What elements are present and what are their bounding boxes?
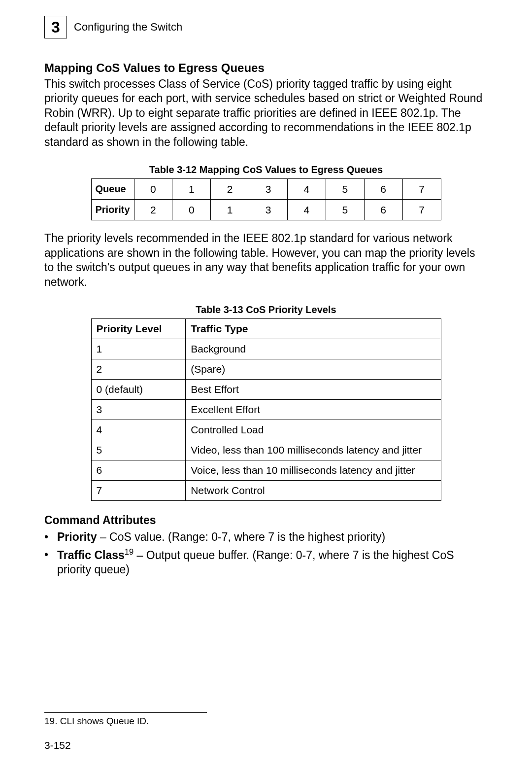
- cell: Best Effort: [186, 379, 441, 399]
- cell: 6: [364, 179, 402, 200]
- table-row: 0 (default)Best Effort: [91, 379, 441, 399]
- list-item: • Traffic Class19 – Output queue buffer.…: [44, 547, 488, 577]
- table-header-row: Priority Level Traffic Type: [91, 318, 441, 339]
- cell: (Spare): [186, 359, 441, 379]
- cell: 0: [172, 200, 211, 220]
- page-number: 3-152: [44, 739, 488, 751]
- cell: 0 (default): [91, 379, 186, 399]
- table-mapping-cos-to-queues: Queue 0 1 2 3 4 5 6 7 Priority 2 0 1 3 4…: [91, 178, 441, 220]
- cell: 4: [287, 200, 326, 220]
- cell: 7: [402, 200, 441, 220]
- table-3-13-caption: Table 3-13 CoS Priority Levels: [44, 304, 488, 316]
- term-text: – CoS value. (Range: 0-7, where 7 is the…: [97, 530, 386, 543]
- cell: Excellent Effort: [186, 399, 441, 420]
- term-priority: Priority: [57, 530, 97, 543]
- cell: 3: [249, 179, 288, 200]
- footnote: 19. CLI shows Queue ID.: [44, 716, 488, 727]
- table-row: 4Controlled Load: [91, 420, 441, 440]
- cell: 2: [91, 359, 186, 379]
- cell: Video, less than 100 milliseconds latenc…: [186, 440, 441, 460]
- cell: 2: [134, 200, 172, 220]
- cell: 5: [326, 200, 364, 220]
- command-attributes-heading: Command Attributes: [44, 514, 488, 527]
- chapter-header: 3 Configuring the Switch: [44, 16, 488, 38]
- row-label-priority: Priority: [91, 200, 134, 220]
- cell: 6: [364, 200, 402, 220]
- cell: 2: [211, 179, 249, 200]
- cell: 4: [287, 179, 326, 200]
- table-row: 3Excellent Effort: [91, 399, 441, 420]
- term-traffic-class: Traffic Class: [57, 548, 125, 561]
- cell: 5: [91, 440, 186, 460]
- table-row: 6Voice, less than 10 milliseconds latenc…: [91, 460, 441, 480]
- col-header-traffic-type: Traffic Type: [186, 318, 441, 339]
- cell: Background: [186, 339, 441, 359]
- bullet-icon: •: [44, 530, 57, 545]
- cell: 3: [91, 399, 186, 420]
- cell: 3: [249, 200, 288, 220]
- page-footer: 19. CLI shows Queue ID. 3-152: [44, 708, 488, 751]
- list-item: • Priority – CoS value. (Range: 0-7, whe…: [44, 530, 488, 545]
- cell: 7: [91, 480, 186, 500]
- cell: 1: [91, 339, 186, 359]
- cell: 1: [172, 179, 211, 200]
- cell: 5: [326, 179, 364, 200]
- table-row: 7Network Control: [91, 480, 441, 500]
- document-page: 3 Configuring the Switch Mapping CoS Val…: [0, 0, 532, 774]
- mid-paragraph: The priority levels recommended in the I…: [44, 231, 488, 289]
- cell: 0: [134, 179, 172, 200]
- row-label-queue: Queue: [91, 179, 134, 200]
- table-row: Queue 0 1 2 3 4 5 6 7: [91, 179, 441, 200]
- section-intro: This switch processes Class of Service (…: [44, 77, 488, 149]
- table-row: Priority 2 0 1 3 4 5 6 7: [91, 200, 441, 220]
- cell: 7: [402, 179, 441, 200]
- table-cos-priority-levels: Priority Level Traffic Type 1Background …: [91, 318, 441, 501]
- cell: 4: [91, 420, 186, 440]
- table-row: 1Background: [91, 339, 441, 359]
- chapter-number-icon: 3: [44, 16, 67, 38]
- cell: Network Control: [186, 480, 441, 500]
- bullet-icon: •: [44, 548, 57, 563]
- section-heading: Mapping CoS Values to Egress Queues: [44, 61, 488, 75]
- cell: Voice, less than 10 milliseconds latency…: [186, 460, 441, 480]
- command-attributes-list: • Priority – CoS value. (Range: 0-7, whe…: [44, 530, 488, 577]
- footnote-rule: [44, 712, 207, 713]
- footnote-ref: 19: [125, 547, 133, 557]
- table-3-12-caption: Table 3-12 Mapping CoS Values to Egress …: [44, 164, 488, 176]
- cell: 6: [91, 460, 186, 480]
- col-header-priority-level: Priority Level: [91, 318, 186, 339]
- table-row: 5Video, less than 100 milliseconds laten…: [91, 440, 441, 460]
- chapter-title: Configuring the Switch: [74, 21, 182, 34]
- table-row: 2(Spare): [91, 359, 441, 379]
- footnote-text: CLI shows Queue ID.: [57, 716, 149, 726]
- footnote-marker: 19.: [44, 716, 57, 726]
- cell: Controlled Load: [186, 420, 441, 440]
- cell: 1: [211, 200, 249, 220]
